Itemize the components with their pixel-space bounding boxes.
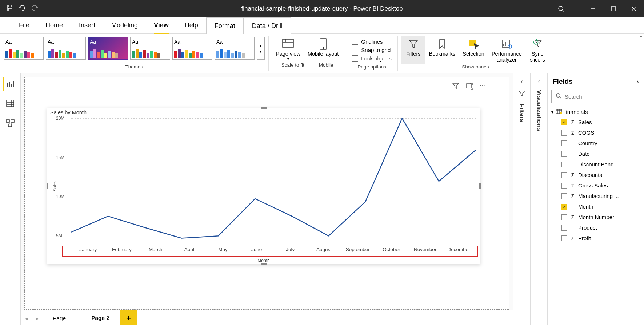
add-page-button[interactable]: + (120, 310, 137, 325)
maximize-button[interactable] (603, 0, 624, 17)
theme-card[interactable]: Aa (88, 37, 128, 60)
field-checkbox[interactable] (561, 193, 567, 199)
fields-pane: Fields › ▾ financials ΣSalesΣCOGSCountry… (547, 73, 644, 325)
lock-objects-checkbox[interactable]: Lock objects (350, 54, 393, 63)
selection-pane-button[interactable]: Selection (459, 36, 488, 64)
field-checkbox[interactable] (561, 172, 567, 178)
field-label: Discounts (578, 172, 602, 178)
field-row[interactable]: Discount Band (551, 159, 640, 170)
chevron-right-icon[interactable]: › (637, 78, 639, 86)
gridlines-checkbox[interactable]: Gridlines (350, 37, 385, 46)
field-row[interactable]: ΣSales (551, 117, 640, 127)
page-tab[interactable]: Page 1 (43, 310, 81, 325)
search-icon[interactable] (539, 5, 583, 12)
bookmarks-pane-button[interactable]: Bookmarks (425, 36, 459, 64)
performance-analyzer-button[interactable]: Performance analyzer (488, 36, 525, 64)
mobile-layout-button[interactable]: Mobile layout (304, 36, 342, 62)
field-row[interactable]: ΣDiscounts (551, 170, 640, 180)
ribbon-group-label: Scale to fit (281, 62, 304, 69)
field-checkbox[interactable] (561, 119, 567, 125)
menu-insert[interactable]: Insert (71, 17, 103, 33)
filters-pane-collapsed[interactable]: ‹ Filters (513, 73, 530, 325)
model-view-button[interactable] (3, 116, 17, 130)
selection-icon (468, 37, 479, 51)
performance-icon (501, 37, 512, 51)
themes-dropdown[interactable]: ▴▾ (257, 37, 265, 60)
field-label: Country (578, 140, 597, 146)
more-options-icon[interactable]: ··· (480, 82, 487, 91)
chevron-left-icon[interactable]: ‹ (538, 78, 540, 85)
sigma-icon: Σ (570, 119, 575, 125)
field-row[interactable]: ΣMonth Number (551, 212, 640, 222)
resize-handle[interactable] (261, 263, 267, 265)
report-canvas[interactable]: ··· Sales by Month Sales Month JanuaryFe… (24, 77, 509, 310)
redo-icon[interactable] (31, 5, 39, 13)
field-row[interactable]: Date (551, 148, 640, 159)
menu-file[interactable]: File (11, 17, 37, 33)
snap-to-grid-checkbox[interactable]: Snap to grid (350, 46, 393, 54)
fields-search-input[interactable] (565, 94, 636, 100)
page-view-button[interactable]: Page view ▾ (272, 36, 304, 62)
field-row[interactable]: ΣProfit (551, 233, 640, 243)
menu-data-drill[interactable]: Data / Drill (244, 17, 291, 34)
visualizations-pane-collapsed[interactable]: ‹ Visualizations (530, 73, 547, 325)
field-checkbox[interactable] (561, 162, 567, 167)
field-row[interactable]: Country (551, 138, 640, 148)
themes-gallery[interactable]: Aa Aa Aa Aa Aa Aa ▴▾ (4, 36, 265, 61)
minimize-button[interactable] (583, 0, 603, 17)
prev-page-button[interactable]: ◂ (21, 316, 32, 321)
field-row[interactable]: ΣGross Sales (551, 180, 640, 191)
theme-card[interactable]: Aa (4, 37, 44, 60)
visual-filter-icon[interactable] (452, 82, 459, 91)
field-checkbox[interactable] (561, 225, 567, 231)
menu-view[interactable]: View (146, 17, 177, 33)
table-node[interactable]: ▾ financials (551, 107, 640, 117)
theme-card[interactable]: Aa (130, 37, 170, 60)
fields-search[interactable] (551, 90, 640, 103)
sync-slicers-button[interactable]: Sync slicers (525, 36, 549, 64)
theme-card[interactable]: Aa (215, 37, 255, 60)
field-checkbox[interactable] (561, 140, 567, 146)
field-checkbox[interactable] (561, 235, 567, 241)
theme-card[interactable]: Aa (172, 37, 212, 60)
menu-help[interactable]: Help (177, 17, 206, 33)
svg-rect-6 (611, 7, 616, 11)
filters-pane-button[interactable]: Filters (401, 36, 425, 64)
field-checkbox[interactable] (561, 214, 567, 220)
view-switcher (0, 73, 21, 325)
focus-mode-icon[interactable] (466, 82, 473, 91)
menu-format[interactable]: Format (206, 17, 244, 34)
field-checkbox[interactable] (561, 151, 567, 157)
svg-rect-30 (6, 120, 9, 122)
field-row[interactable]: ΣManufacturing ... (551, 191, 640, 201)
field-row[interactable]: Month (551, 201, 640, 212)
field-checkbox[interactable] (561, 130, 567, 136)
theme-card[interactable]: Aa (46, 37, 86, 60)
next-page-button[interactable]: ▸ (32, 316, 43, 321)
save-icon[interactable] (7, 4, 14, 13)
menu-home[interactable]: Home (37, 17, 71, 33)
ribbon-group-label: Mobile (319, 62, 333, 69)
line-chart-visual[interactable]: Sales by Month Sales Month JanuaryFebrua… (47, 108, 480, 264)
page-tab[interactable]: Page 2 (81, 310, 120, 325)
report-view-button[interactable] (3, 77, 16, 91)
menu-modeling[interactable]: Modeling (103, 17, 146, 33)
field-label: Gross Sales (578, 182, 608, 189)
resize-handle[interactable] (261, 107, 267, 109)
gridline: 15M (71, 158, 476, 158)
collapse-ribbon-icon[interactable]: ˆ (640, 35, 642, 41)
data-view-button[interactable] (3, 96, 17, 110)
field-row[interactable]: Product (551, 222, 640, 233)
lock-label: Lock objects (361, 55, 391, 62)
svg-rect-25 (7, 100, 14, 107)
selection-label: Selection (463, 51, 484, 57)
field-checkbox[interactable] (561, 183, 567, 189)
close-button[interactable] (624, 0, 644, 17)
field-row[interactable]: ΣCOGS (551, 127, 640, 138)
ribbon: ˆ Aa Aa Aa Aa Aa Aa ▴▾ Themes Page view … (0, 34, 644, 73)
field-checkbox[interactable] (561, 204, 567, 210)
chevron-left-icon[interactable]: ‹ (521, 78, 523, 85)
resize-handle[interactable] (47, 183, 48, 189)
undo-icon[interactable] (18, 5, 26, 13)
resize-handle[interactable] (479, 183, 481, 189)
